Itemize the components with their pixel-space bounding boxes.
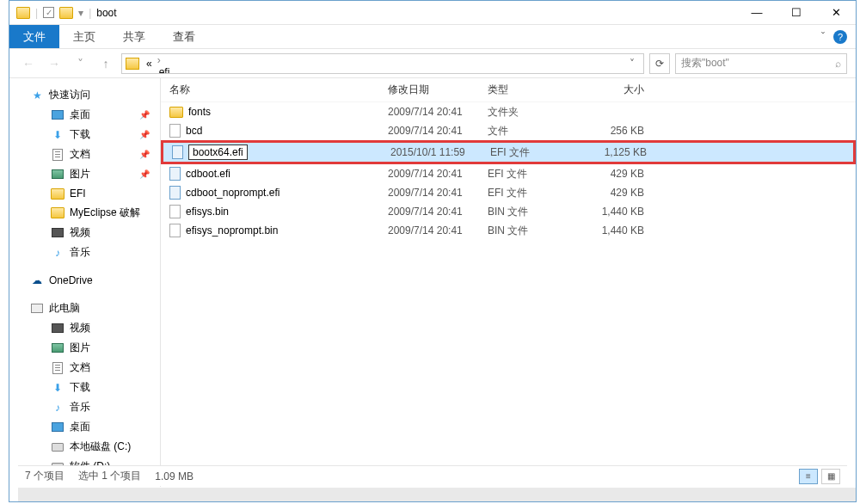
folder-icon xyxy=(51,207,64,218)
view-details-button[interactable]: ≡ xyxy=(799,469,818,484)
file-row[interactable]: efisys.bin2009/7/14 20:41BIN 文件1,440 KB xyxy=(161,202,856,221)
download-icon: ⬇ xyxy=(51,128,64,142)
document-icon xyxy=(52,362,63,374)
file-icon xyxy=(172,145,183,159)
file-size: 1,125 KB xyxy=(581,146,659,158)
file-date: 2009/7/14 20:41 xyxy=(388,206,488,218)
close-button[interactable]: ✕ xyxy=(816,1,856,25)
file-size: 1,440 KB xyxy=(579,224,656,237)
file-date: 2009/7/14 20:41 xyxy=(388,224,488,237)
file-type: EFI 文件 xyxy=(488,186,579,200)
sidebar-item[interactable]: 桌面📌 xyxy=(27,105,160,125)
address-bar: ← → ˅ ↑ « 文档 (E:)›压缩文件›cn_windows_7_prof… xyxy=(9,49,856,78)
music-icon: ♪ xyxy=(51,246,64,260)
sidebar-this-pc[interactable]: 此电脑 xyxy=(27,298,160,318)
sidebar-item-label: 图片 xyxy=(70,341,90,355)
sidebar-onedrive[interactable]: ☁ OneDrive xyxy=(27,271,160,290)
pin-icon: 📌 xyxy=(139,150,157,159)
sidebar-item[interactable]: ♪音乐 xyxy=(27,243,160,262)
picture-icon xyxy=(52,343,64,353)
file-size: 1,440 KB xyxy=(579,206,656,218)
sidebar-item[interactable]: 视频 xyxy=(27,223,160,243)
sidebar-item[interactable]: 视频 xyxy=(27,318,160,338)
sidebar-item[interactable]: ⬇下载 xyxy=(27,378,160,397)
sidebar-item[interactable]: MyEclipse 破解 xyxy=(27,203,160,223)
document-icon xyxy=(52,149,63,161)
breadcrumb-prefix[interactable]: « xyxy=(143,58,156,70)
sidebar-item[interactable]: 图片 xyxy=(27,338,160,358)
qat-chevron-icon[interactable]: ▾ xyxy=(78,7,83,19)
sidebar-item-label: 文档 xyxy=(70,360,90,375)
sidebar-item[interactable]: ⬇下载📌 xyxy=(27,125,160,144)
file-row[interactable]: cdboot_noprompt.efi2009/7/14 20:41EFI 文件… xyxy=(161,183,856,202)
cloud-icon: ☁ xyxy=(30,274,44,287)
file-type: BIN 文件 xyxy=(488,224,579,238)
ribbon-expand-icon[interactable]: ˇ xyxy=(821,31,825,43)
file-list: 名称 修改日期 类型 大小 fonts2009/7/14 20:41文件夹bcd… xyxy=(161,78,856,487)
title-bar: | ✓ ▾ | boot — ☐ ✕ xyxy=(9,1,856,25)
up-button[interactable]: ↑ xyxy=(95,53,116,74)
forward-button[interactable]: → xyxy=(44,53,64,74)
ribbon-tabs: 文件 主页 共享 查看 ˇ ? xyxy=(9,25,856,49)
back-button[interactable]: ← xyxy=(18,53,39,74)
sidebar-item[interactable]: 文档📌 xyxy=(27,144,160,164)
file-row[interactable]: efisys_noprompt.bin2009/7/14 20:41BIN 文件… xyxy=(161,221,856,240)
file-date: 2009/7/14 20:41 xyxy=(388,168,488,180)
home-tab[interactable]: 主页 xyxy=(59,25,109,48)
column-type[interactable]: 类型 xyxy=(488,83,579,97)
sidebar-item-label: 下载 xyxy=(70,127,90,142)
folder-icon xyxy=(51,188,64,200)
file-type: EFI 文件 xyxy=(490,145,581,160)
sidebar-item[interactable]: 桌面 xyxy=(27,417,160,437)
sidebar-item[interactable]: ♪音乐 xyxy=(27,397,160,417)
sidebar-quick-access[interactable]: ★ 快速访问 xyxy=(27,85,160,105)
sidebar-item-label: 本地磁盘 (C:) xyxy=(70,439,131,454)
sidebar-item[interactable]: 图片📌 xyxy=(27,164,160,184)
sidebar-item[interactable]: EFI xyxy=(27,184,160,203)
navigation-pane: ★ 快速访问 桌面📌⬇下载📌文档📌图片📌EFIMyEclipse 破解视频♪音乐… xyxy=(9,78,161,487)
pc-icon xyxy=(31,304,43,313)
pin-icon: 📌 xyxy=(139,169,157,179)
minimize-button[interactable]: — xyxy=(737,1,777,25)
music-icon: ♪ xyxy=(51,401,64,415)
help-icon[interactable]: ? xyxy=(833,30,847,44)
sidebar-item[interactable]: 文档 xyxy=(27,358,160,378)
file-row[interactable]: bootx64.efi2015/10/1 11:59EFI 文件1,125 KB xyxy=(161,140,856,164)
file-icon xyxy=(169,205,181,218)
file-row[interactable]: cdboot.efi2009/7/14 20:41EFI 文件429 KB xyxy=(161,164,856,183)
refresh-button[interactable]: ⟳ xyxy=(649,53,670,74)
file-row[interactable]: bcd2009/7/14 20:41文件256 KB xyxy=(161,121,856,140)
file-tab[interactable]: 文件 xyxy=(9,25,59,48)
history-button[interactable]: ˅ xyxy=(70,53,90,74)
sidebar-item-label: EFI xyxy=(70,187,86,200)
share-tab[interactable]: 共享 xyxy=(109,25,159,48)
breadcrumb-segment[interactable]: cn_windows_7_professional_x64 xyxy=(156,53,314,54)
file-date: 2015/10/1 11:59 xyxy=(390,146,490,158)
desktop-icon xyxy=(52,110,64,120)
search-input[interactable]: 搜索"boot" ⌕ xyxy=(675,53,847,74)
column-name[interactable]: 名称 xyxy=(169,83,388,97)
maximize-button[interactable]: ☐ xyxy=(777,1,816,25)
sidebar-item-label: 视频 xyxy=(70,225,90,240)
search-icon: ⌕ xyxy=(835,58,841,70)
view-tab[interactable]: 查看 xyxy=(159,25,209,48)
window-title: boot xyxy=(96,7,116,19)
breadcrumb-dropdown-icon[interactable]: ˅ xyxy=(624,58,640,70)
view-icons-button[interactable]: ▦ xyxy=(821,469,840,484)
column-headers[interactable]: 名称 修改日期 类型 大小 xyxy=(161,78,856,102)
chevron-right-icon: › xyxy=(156,54,163,66)
rename-input[interactable]: bootx64.efi xyxy=(188,144,248,160)
sidebar-item[interactable]: 本地磁盘 (C:) xyxy=(27,437,160,457)
file-icon xyxy=(169,124,181,138)
checkbox-icon[interactable]: ✓ xyxy=(43,7,54,18)
file-row[interactable]: fonts2009/7/14 20:41文件夹 xyxy=(161,102,856,121)
file-size: 429 KB xyxy=(579,187,656,199)
column-size[interactable]: 大小 xyxy=(579,83,656,97)
column-date[interactable]: 修改日期 xyxy=(388,83,488,97)
breadcrumb-segment[interactable]: efi xyxy=(156,66,314,74)
sidebar-item-label: 图片 xyxy=(70,167,90,181)
folder-icon xyxy=(169,107,183,118)
breadcrumb[interactable]: « 文档 (E:)›压缩文件›cn_windows_7_professional… xyxy=(121,53,644,74)
pin-icon: 📌 xyxy=(139,110,157,120)
qat-divider: | xyxy=(35,7,38,19)
